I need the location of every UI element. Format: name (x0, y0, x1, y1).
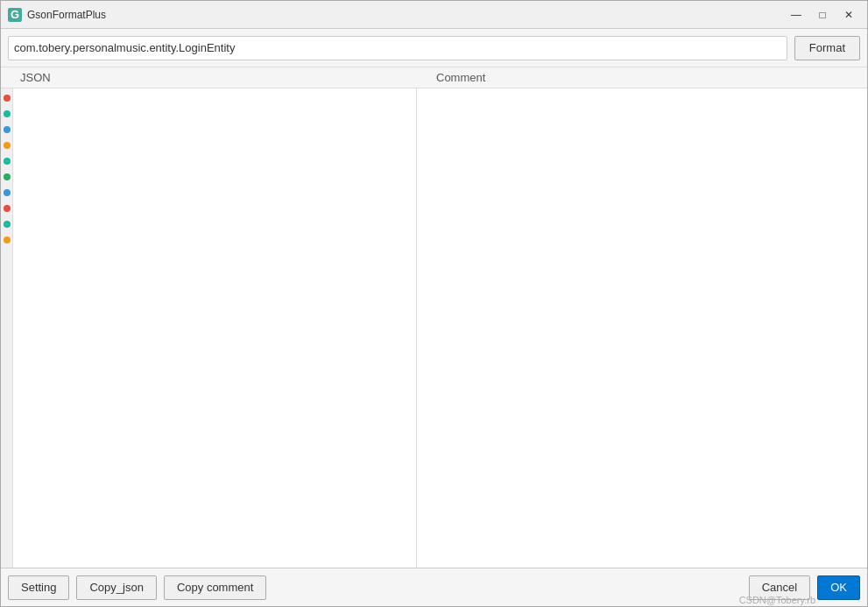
gutter-dot (4, 205, 11, 212)
app-window: G GsonFormatPlus — □ ✕ Format JSON Comme… (0, 0, 868, 607)
gutter-mark (4, 232, 11, 248)
ok-button[interactable]: OK (817, 575, 860, 600)
json-panel (13, 88, 417, 568)
json-textarea[interactable] (13, 88, 416, 568)
gutter-mark (4, 106, 11, 122)
panels-area (1, 88, 867, 568)
gutter-dot (4, 142, 11, 149)
window-title: GsonFormatPlus (27, 9, 785, 21)
gutter-mark (4, 169, 11, 185)
cancel-button[interactable]: Cancel (749, 575, 810, 600)
comment-panel-label: Comment (429, 67, 867, 88)
window-controls: — □ ✕ (785, 6, 860, 24)
title-bar: G GsonFormatPlus — □ ✕ (1, 1, 867, 29)
gutter-mark (4, 153, 11, 169)
footer-left-buttons: Setting Copy_json Copy comment (8, 575, 742, 600)
gutter-dot (4, 221, 11, 228)
comment-panel (417, 88, 867, 568)
copy-json-button[interactable]: Copy_json (76, 575, 156, 600)
gutter-dot (4, 110, 11, 117)
gutter-mark (4, 122, 11, 138)
minimize-button[interactable]: — (785, 6, 808, 24)
json-panel-label: JSON (13, 67, 429, 88)
gutter-dot (4, 158, 11, 165)
gutter-mark (4, 201, 11, 216)
copy-comment-button[interactable]: Copy comment (164, 575, 266, 600)
gutter-dot (4, 126, 11, 133)
toolbar: Format (1, 29, 867, 67)
gutter-dot (4, 236, 11, 244)
footer: Setting Copy_json Copy comment CSDN@Tobe… (1, 568, 867, 606)
setting-button[interactable]: Setting (8, 575, 69, 600)
gutter-dot (4, 95, 11, 102)
gutter-mark (4, 216, 11, 232)
comment-textarea[interactable] (417, 88, 867, 568)
footer-right-buttons: CSDN@Tobery.rb Cancel OK (749, 575, 860, 600)
gutter-dot (4, 189, 11, 196)
gutter-mark (4, 90, 11, 106)
panels-header: JSON Comment (1, 67, 867, 88)
gutter-dot (4, 173, 11, 180)
app-icon: G (8, 8, 22, 22)
maximize-button[interactable]: □ (811, 6, 834, 24)
left-gutter (1, 88, 13, 568)
close-button[interactable]: ✕ (837, 6, 860, 24)
class-name-input[interactable] (8, 36, 787, 60)
gutter-mark (4, 138, 11, 153)
gutter-mark (4, 185, 11, 201)
format-button[interactable]: Format (794, 36, 860, 60)
gutter-marks (4, 90, 11, 248)
